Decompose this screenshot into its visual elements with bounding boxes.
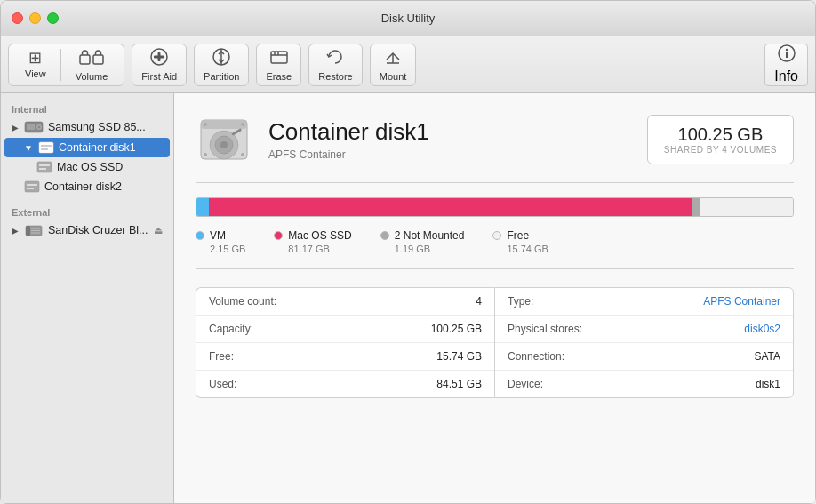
svg-point-15: [785, 49, 787, 51]
toolbar: ⊞ View Volume: [1, 36, 815, 93]
mount-icon: [383, 48, 403, 68]
info-row: Type: APFS Container: [495, 288, 793, 316]
first-aid-button[interactable]: First Aid: [132, 44, 187, 86]
mount-button[interactable]: Mount: [370, 44, 417, 86]
volume-icon: [79, 48, 104, 68]
svg-rect-27: [39, 168, 46, 170]
sandisk-icon: [24, 222, 44, 238]
legend-dot-not-mounted: [380, 231, 389, 240]
restore-label: Restore: [318, 71, 353, 82]
info-row-label: Type:: [508, 295, 533, 308]
usage-bar: [196, 197, 794, 217]
info-row-value: SATA: [754, 350, 780, 363]
sidebar-item-samsung[interactable]: ▶ Samsung SSD 85...: [4, 116, 170, 138]
svg-rect-23: [41, 145, 52, 147]
info-table-left: Volume count: 4 Capacity: 100.25 GB Free…: [196, 287, 494, 398]
info-row: Volume count: 4: [196, 288, 494, 316]
close-button[interactable]: [12, 12, 23, 24]
partition-icon: [212, 48, 231, 68]
usage-segment-free: [700, 198, 793, 216]
restore-icon: [325, 48, 345, 68]
main-window: Disk Utility ⊞ View Volum: [0, 0, 816, 504]
svg-rect-1: [93, 55, 103, 64]
maximize-button[interactable]: [47, 12, 59, 24]
minimize-button[interactable]: [29, 12, 41, 24]
usage-segment-macos: [209, 198, 692, 216]
usage-segment-not-mounted: [692, 198, 700, 216]
samsung-label: Samsung SSD 85...: [48, 121, 146, 133]
info-row-label: Physical stores:: [508, 323, 582, 335]
disk-subtitle: APFS Container: [268, 148, 631, 161]
erase-label: Erase: [266, 71, 292, 82]
restore-button[interactable]: Restore: [308, 44, 363, 86]
disk-name: Container disk1: [268, 118, 631, 146]
internal-section-label: Internal: [1, 100, 173, 116]
info-row: Used: 84.51 GB: [196, 371, 494, 397]
sidebar-item-macos-ssd[interactable]: Mac OS SSD: [4, 157, 170, 177]
toolbar-divider: [60, 49, 61, 81]
svg-point-45: [241, 153, 244, 156]
first-aid-label: First Aid: [141, 71, 177, 82]
info-row: Capacity: 100.25 GB: [196, 316, 494, 343]
external-section-label: External: [1, 204, 173, 220]
window-title: Disk Utility: [381, 12, 436, 25]
eject-icon: ⏏: [154, 225, 163, 236]
svg-rect-22: [39, 142, 53, 153]
detail-pane: Container disk1 APFS Container 100.25 GB…: [174, 93, 815, 503]
mount-label: Mount: [380, 71, 407, 82]
legend-name-not-mounted: 2 Not Mounted: [395, 229, 465, 242]
volume-button[interactable]: Volume: [67, 44, 117, 86]
info-button[interactable]: Info: [764, 44, 808, 86]
legend-item-not-mounted: 2 Not Mounted 1.19 GB: [380, 229, 465, 254]
partition-label: Partition: [204, 71, 239, 82]
disk-size-sub: SHARED BY 4 VOLUMES: [664, 145, 777, 155]
legend-value-macos: 81.17 GB: [288, 244, 351, 254]
usage-segment-vm: [196, 198, 209, 216]
svg-point-18: [38, 126, 41, 129]
svg-rect-32: [26, 226, 30, 236]
hdd-icon: [24, 119, 44, 135]
svg-point-43: [241, 123, 244, 126]
info-row-label: Connection:: [508, 350, 564, 363]
legend-name-macos: Mac OS SSD: [288, 229, 351, 242]
info-row-value: 100.25 GB: [431, 323, 482, 335]
legend-value-free: 15.74 GB: [507, 244, 548, 254]
info-row-value: disk1: [756, 378, 780, 390]
view-volume-group[interactable]: ⊞ View Volume: [8, 44, 124, 86]
info-row-value: APFS Container: [703, 295, 780, 308]
legend-dot-vm: [196, 231, 204, 240]
sidebar-item-sandisk[interactable]: ▶ SanDisk Cruzer Bl... ⏏: [4, 220, 170, 241]
svg-rect-25: [37, 162, 52, 172]
sidebar-item-container-disk1[interactable]: ▼ Container disk1: [4, 138, 170, 157]
disk-size-main: 100.25 GB: [664, 124, 777, 145]
container-disk2-icon: [24, 180, 40, 194]
sidebar-item-container-disk2[interactable]: Container disk2: [4, 177, 170, 196]
disk-info: Container disk1 APFS Container: [268, 118, 631, 160]
info-table-right: Type: APFS Container Physical stores: di…: [494, 287, 794, 398]
usage-section: VM 2.15 GB Mac OS SSD 81.17 GB 2 Not Mou…: [196, 197, 794, 269]
info-row-label: Free:: [209, 350, 234, 363]
info-row-label: Volume count:: [209, 295, 276, 308]
container-disk1-label: Container disk1: [59, 141, 136, 154]
container-disk1-icon: [38, 140, 54, 155]
svg-point-42: [204, 123, 207, 126]
erase-button[interactable]: Erase: [256, 44, 301, 86]
main-area: Internal ▶ Samsung SSD 85... ▼: [1, 93, 815, 503]
view-button[interactable]: ⊞ View: [16, 44, 55, 86]
partition-button[interactable]: Partition: [194, 44, 249, 86]
window-controls: [12, 12, 59, 24]
info-row: Free: 15.74 GB: [196, 343, 494, 371]
svg-rect-26: [39, 164, 50, 166]
volume-label: Volume: [76, 71, 108, 82]
info-row-label: Capacity:: [209, 323, 253, 335]
svg-rect-0: [80, 55, 90, 64]
container-disk2-label: Container disk2: [44, 180, 122, 193]
svg-rect-30: [27, 188, 34, 189]
svg-rect-4: [154, 55, 164, 58]
legend-value-not-mounted: 1.19 GB: [395, 244, 465, 254]
legend-name-free: Free: [507, 229, 529, 242]
info-row-value: 15.74 GB: [436, 350, 482, 363]
info-label: Info: [774, 68, 798, 84]
sidebar: Internal ▶ Samsung SSD 85... ▼: [1, 93, 174, 503]
view-label: View: [25, 68, 46, 79]
